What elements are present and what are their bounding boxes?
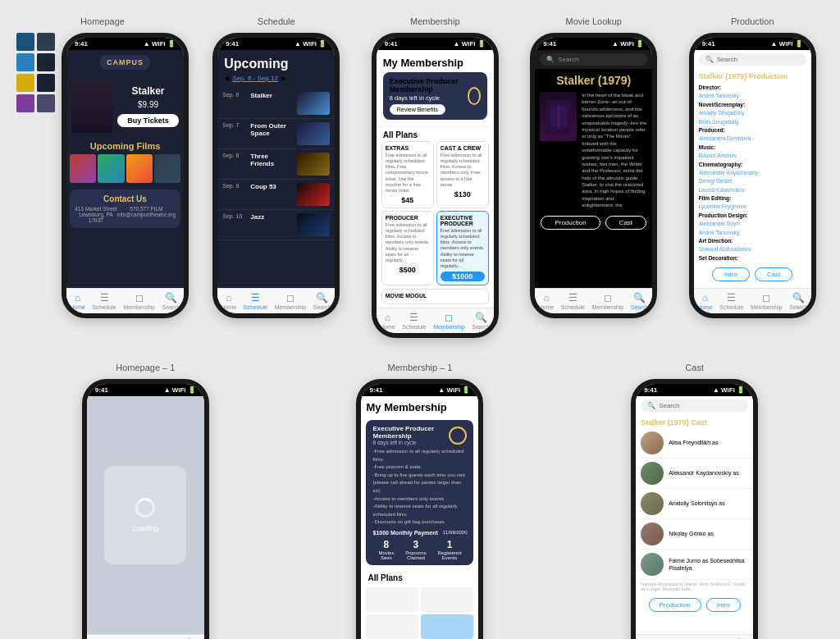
plan-title: EXTRAS [386, 145, 430, 151]
card-sub: 8 days left in cycle [390, 94, 468, 102]
plan-movie-mogul[interactable]: MOVIE MOGUL [381, 289, 489, 304]
loading-screen: Loading [87, 396, 204, 634]
prev-arrow[interactable]: ◀ [224, 75, 229, 82]
home-icon: ⌂ [226, 292, 231, 304]
status-bar: 9:41 ▲ WiFi 🔋 [377, 38, 494, 50]
nav-schedule[interactable]: ☰ Schedule [402, 312, 426, 330]
contact-title: Contact Us [75, 194, 176, 203]
cast-button[interactable]: Cast [605, 216, 646, 230]
nav-home[interactable]: ⌂ Home [380, 312, 395, 330]
blurred-row-1 [366, 587, 473, 612]
search-icon: 🔍 [647, 402, 655, 409]
movie-description: In the heart of the bleak and barren Zon… [582, 92, 647, 209]
intro-button[interactable]: Intro [712, 267, 750, 281]
contact-info: 413 Market Street Lewisburg, PA 17837 57… [75, 206, 176, 223]
schedule-item-3[interactable]: Sep. 9 Coup 53 [217, 180, 335, 210]
cast-search-area: 🔍 Search [636, 396, 753, 415]
nav-membership[interactable]: ◻ Membership [751, 292, 783, 310]
nav-search[interactable]: 🔍 Search [789, 292, 807, 310]
nav-membership[interactable]: ◻ Membership [592, 292, 624, 310]
plan-cast-crew[interactable]: CAST & CREW Free admission to all regula… [436, 141, 489, 208]
nav-search[interactable]: 🔍 Search [472, 312, 490, 330]
swatch-2 [37, 33, 55, 51]
film-thumb-4[interactable] [154, 154, 180, 183]
blurred-card-3 [366, 614, 418, 639]
cast-section: Cast 9:41 ▲ WiFi 🔋 🔍 Search Stalker (197… [565, 363, 824, 639]
plan-price: $130 [441, 190, 485, 199]
production-button[interactable]: Production [649, 598, 701, 612]
next-arrow[interactable]: ▶ [281, 75, 286, 82]
time: 9:41 [369, 386, 382, 394]
plan-desc: Free admission to all regularly schedule… [441, 228, 485, 269]
schedule-icon: ☰ [251, 292, 260, 304]
production-info: Director:Andrei Tarkovsky Novel/Screenpl… [694, 82, 811, 264]
nav-membership[interactable]: ◻ Membership [123, 292, 155, 310]
search-input[interactable]: 🔍 Search [540, 53, 647, 66]
membership-icon: ◻ [286, 292, 294, 304]
poster-image [71, 80, 112, 133]
cast-photo-4 [641, 553, 664, 576]
all-plans-title: All Plans [361, 570, 478, 584]
membership-icon: ◻ [445, 312, 453, 323]
contact-right: 570.577.FILM info@campustheatre.org [117, 206, 176, 223]
loading-text: Loading [132, 524, 158, 532]
stat-label: RegisteredEvents [438, 550, 462, 560]
cast-info-4: Faime Jurno as Sobesednitsa Pisatelya [669, 557, 748, 572]
nav-search[interactable]: 🔍 Search [631, 292, 649, 310]
nav-schedule[interactable]: ☰ Schedule [93, 292, 116, 310]
status-bar: 9:41 ▲ WiFi 🔋 [87, 384, 204, 396]
nav-schedule[interactable]: ☰ Schedule [719, 292, 743, 310]
nav-membership[interactable]: ◻ Membership [275, 292, 307, 310]
signal-icons: ▲ WiFi 🔋 [164, 386, 196, 394]
film-thumb-2[interactable] [98, 154, 124, 183]
nav-schedule[interactable]: ☰ Schedule [561, 292, 585, 310]
swatch-5 [16, 74, 34, 92]
plan-title: CAST & CREW [441, 145, 485, 151]
plan-producer[interactable]: PRODUCER Free admission to all regularly… [381, 211, 434, 285]
prod-field-1: Novel/Screenplay:Arkadiy StrugatskiyBori… [699, 101, 806, 126]
swatch-1 [16, 33, 34, 51]
nav-home[interactable]: ⌂ Home [697, 292, 713, 310]
schedule-item-1[interactable]: Sep. 7 From Outer Space [217, 119, 335, 149]
plan-executive[interactable]: EXECUTIVE PRODUCER Free admission to all… [436, 211, 489, 285]
schedule-item-0[interactable]: Sep. 6 Stalker [217, 89, 335, 119]
membership-1-section: Membership – 1 9:41 ▲ WiFi 🔋 My Membersh… [291, 363, 550, 639]
swatch-7 [16, 94, 34, 112]
nav-search[interactable]: 🔍 Search [162, 292, 180, 310]
search-input[interactable]: 🔍 Search [699, 53, 806, 66]
nav-search[interactable]: 🔍 Search [313, 292, 331, 310]
production-button[interactable]: Production [541, 216, 600, 230]
review-button[interactable]: Review Benefits [390, 104, 445, 115]
stat-label: MoviesSeen [378, 550, 394, 560]
film-thumb-1[interactable] [70, 154, 96, 183]
nav-home[interactable]: ⌂ Home [221, 292, 237, 310]
stat-popcorns: 3 PopcornsClaimed [405, 539, 426, 560]
blurred-card-1 [366, 587, 418, 612]
membership-screen: My Membership Executive Producer Members… [377, 50, 494, 304]
homepage-1-label: Homepage – 1 [16, 363, 275, 372]
intro-button[interactable]: Intro [706, 598, 741, 612]
plan-extras[interactable]: EXTRAS Free admission to all regularly s… [381, 141, 434, 208]
date-range[interactable]: Sep. 6 - Sep.12 [232, 75, 278, 82]
nav-schedule[interactable]: ☰ Schedule [244, 292, 267, 310]
time: 9:41 [226, 40, 239, 48]
signal-icons: ▲ WiFi 🔋 [144, 40, 176, 48]
cast-search-input[interactable]: 🔍 Search [641, 399, 748, 412]
nav-membership[interactable]: ◻ Membership [433, 312, 465, 330]
featured-movie: Stalker $9.99 Buy Tickets [66, 75, 184, 138]
nav-home[interactable]: ⌂ Home [70, 292, 85, 310]
membership-icon: ◻ [762, 292, 770, 304]
schedule-item-2[interactable]: Sep. 8 Three Friends [217, 149, 335, 180]
swatch-3 [16, 53, 34, 71]
homepage-section: Homepage 9:41 ▲ WiFi 🔋 CAMPUS [16, 16, 189, 338]
schedule-item-4[interactable]: Sep. 10 Jazz [217, 210, 335, 240]
nav-home[interactable]: ⌂ Home [539, 292, 555, 310]
phone: 570.577.FILM [117, 206, 176, 212]
cast-photo-3 [641, 523, 664, 545]
stat-events: 1 RegisteredEvents [438, 539, 462, 560]
buy-button[interactable]: Buy Tickets [117, 114, 179, 127]
homepage-1-section: Homepage – 1 9:41 ▲ WiFi 🔋 Loading ⌂ Hom… [16, 363, 275, 639]
item-date: Sep. 10 [222, 213, 245, 236]
film-thumb-3[interactable] [126, 154, 153, 183]
cast-button[interactable]: Cast [755, 267, 792, 281]
